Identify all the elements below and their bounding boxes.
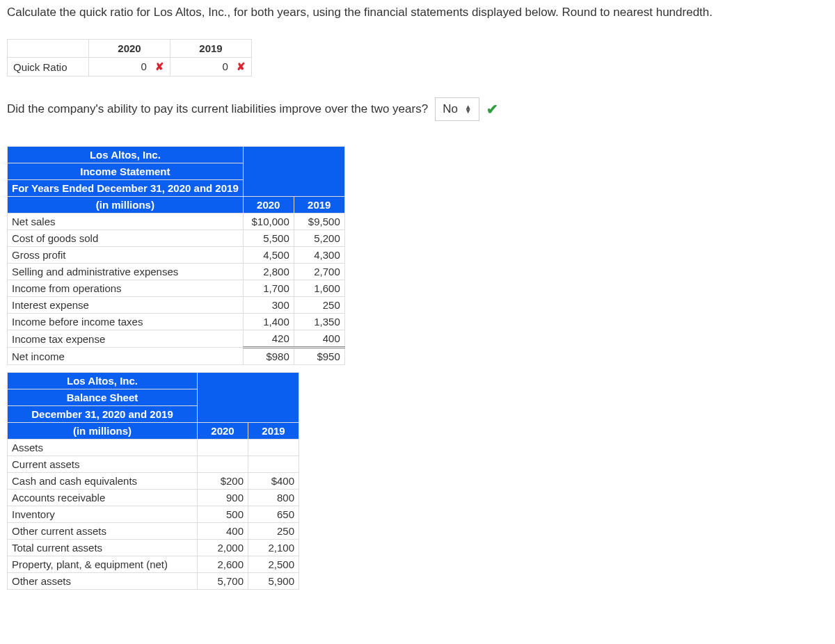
- is-row-2020: 300: [243, 297, 294, 314]
- bs-row-label: Total current assets: [8, 540, 198, 556]
- is-row-label: Income tax expense: [8, 330, 244, 348]
- bs-title-4: (in millions): [8, 423, 198, 440]
- bs-title-2: Balance Sheet: [8, 389, 198, 406]
- correct-icon: ✔: [486, 101, 498, 118]
- is-row-2019: 2,700: [294, 264, 344, 280]
- quick-ratio-2019-cell[interactable]: 0 ✘: [170, 58, 252, 77]
- bs-year-2020: 2020: [198, 423, 248, 440]
- is-row-label: Income before income taxes: [8, 314, 244, 330]
- bs-row-label: Other current assets: [8, 523, 198, 540]
- bs-row-label: Current assets: [8, 456, 198, 473]
- bs-row-label: Cash and cash equivalents: [8, 473, 198, 490]
- bs-row-label: Assets: [8, 440, 198, 456]
- quick-ratio-table: 2020 2019 Quick Ratio 0 ✘ 0 ✘: [7, 39, 252, 77]
- improve-select-value: No: [443, 102, 458, 116]
- quick-ratio-2019-value: 0: [193, 61, 231, 72]
- is-row-2019: 5,200: [294, 230, 344, 247]
- balance-sheet-table: Los Altos, Inc. Balance Sheet December 3…: [7, 372, 299, 590]
- bs-year-2019: 2019: [248, 423, 299, 440]
- bs-row-2020: [198, 456, 248, 473]
- bs-row-2020: 2,000: [198, 540, 248, 556]
- bs-row-2020: 500: [198, 506, 248, 523]
- bs-row-2019: [248, 456, 299, 473]
- row-label-quick-ratio: Quick Ratio: [8, 58, 89, 77]
- is-row-label: Selling and administrative expenses: [8, 264, 244, 280]
- is-row-2020: $10,000: [243, 214, 294, 230]
- bs-title-1: Los Altos, Inc.: [8, 373, 198, 389]
- bs-row-2019: $400: [248, 473, 299, 490]
- bs-row-2020: $200: [198, 473, 248, 490]
- wrong-icon: ✘: [237, 61, 246, 72]
- is-row-2020: 4,500: [243, 247, 294, 264]
- bs-row-label: Property, plant, & equipment (net): [8, 556, 198, 573]
- is-title-4: (in millions): [8, 197, 244, 214]
- bs-row-2019: 5,900: [248, 573, 299, 590]
- is-row-label: Net sales: [8, 214, 244, 230]
- is-row-2019: 250: [294, 297, 344, 314]
- is-row-2020: $980: [243, 348, 294, 365]
- bs-row-label: Other assets: [8, 573, 198, 590]
- quick-ratio-2020-cell[interactable]: 0 ✘: [89, 58, 170, 77]
- is-row-label: Income from operations: [8, 280, 244, 297]
- is-row-label: Gross profit: [8, 247, 244, 264]
- bs-row-2019: 250: [248, 523, 299, 540]
- blank-header: [8, 40, 89, 58]
- col-header-2019: 2019: [170, 40, 252, 58]
- is-row-label: Interest expense: [8, 297, 244, 314]
- is-title-3: For Years Ended December 31, 2020 and 20…: [8, 180, 244, 197]
- select-arrows-icon: ▲▼: [465, 105, 472, 113]
- is-row-2019: $9,500: [294, 214, 344, 230]
- bs-row-2019: [248, 440, 299, 456]
- bs-row-2020: 900: [198, 490, 248, 506]
- is-row-2020: 5,500: [243, 230, 294, 247]
- is-row-2020: 1,400: [243, 314, 294, 330]
- bs-row-2020: 2,600: [198, 556, 248, 573]
- bs-row-label: Accounts receivable: [8, 490, 198, 506]
- is-year-2020: 2020: [243, 197, 294, 214]
- is-row-2019: 1,600: [294, 280, 344, 297]
- bs-row-label: Inventory: [8, 506, 198, 523]
- quick-ratio-2020-value: 0: [112, 61, 150, 72]
- is-row-2019: 4,300: [294, 247, 344, 264]
- bs-row-2020: 400: [198, 523, 248, 540]
- is-row-2020: 1,700: [243, 280, 294, 297]
- improve-select[interactable]: No ▲▼: [435, 97, 479, 121]
- bs-row-2019: 800: [248, 490, 299, 506]
- is-row-2020: 420: [243, 330, 294, 348]
- question-improve-text: Did the company's ability to pay its cur…: [7, 102, 428, 116]
- bs-title-3: December 31, 2020 and 2019: [8, 406, 198, 423]
- bs-row-2020: 5,700: [198, 573, 248, 590]
- wrong-icon: ✘: [155, 61, 164, 72]
- is-row-2020: 2,800: [243, 264, 294, 280]
- is-row-label: Cost of goods sold: [8, 230, 244, 247]
- question-text: Calculate the quick ratio for Los Altos,…: [7, 6, 828, 19]
- bs-row-2019: 2,100: [248, 540, 299, 556]
- is-title-2: Income Statement: [8, 163, 244, 180]
- is-row-2019: $950: [294, 348, 344, 365]
- income-statement-table: Los Altos, Inc. Income Statement For Yea…: [7, 146, 345, 365]
- is-year-2019: 2019: [294, 197, 344, 214]
- bs-row-2019: 650: [248, 506, 299, 523]
- is-row-2019: 400: [294, 330, 344, 348]
- is-row-label: Net income: [8, 348, 244, 365]
- col-header-2020: 2020: [89, 40, 170, 58]
- bs-row-2020: [198, 440, 248, 456]
- bs-row-2019: 2,500: [248, 556, 299, 573]
- is-row-2019: 1,350: [294, 314, 344, 330]
- is-title-1: Los Altos, Inc.: [8, 147, 244, 163]
